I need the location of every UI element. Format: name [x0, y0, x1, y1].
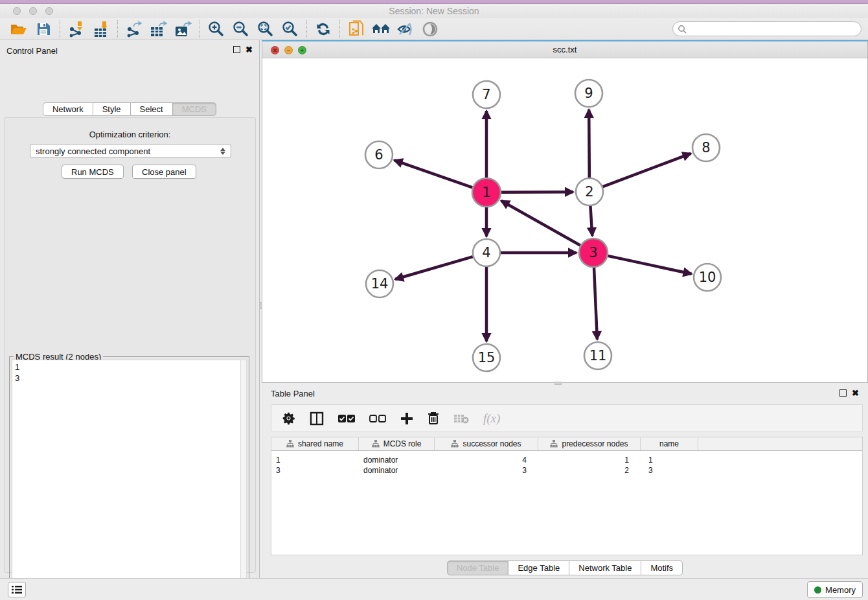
deselect-all-button[interactable]	[369, 414, 386, 423]
search-input[interactable]	[687, 23, 861, 35]
tab-node-table[interactable]: Node Table	[447, 560, 509, 575]
column-header-name[interactable]: name	[641, 437, 698, 450]
graph-node-10[interactable]: 10	[694, 264, 721, 291]
table-cell[interactable]: dominator	[359, 466, 435, 475]
graph-edge-3-1[interactable]	[501, 201, 580, 246]
save-session-button[interactable]	[31, 19, 56, 39]
close-panel-icon[interactable]: ✖	[246, 46, 253, 53]
column-label: name	[659, 439, 679, 448]
search-box[interactable]	[672, 21, 862, 36]
graph-node-2[interactable]: 2	[576, 178, 603, 205]
window-titlebar: Session: New Session	[0, 4, 868, 18]
table-settings-button[interactable]	[282, 411, 295, 425]
network-window-titlebar[interactable]: ✕ − + scc.txt	[262, 41, 867, 58]
graph-edge-3-11[interactable]	[594, 268, 597, 340]
show-columns-button[interactable]	[310, 411, 324, 426]
graph-node-9[interactable]: 9	[575, 80, 602, 107]
refresh-layout-button[interactable]	[311, 19, 336, 39]
import-network-button[interactable]	[64, 19, 89, 39]
table-cell[interactable]: dominator	[359, 456, 435, 465]
graph-node-11[interactable]: 11	[584, 342, 611, 369]
attribute-tree-icon	[451, 440, 459, 448]
graph-node-3[interactable]: 3	[579, 238, 608, 267]
result-scrollbar[interactable]	[240, 360, 247, 600]
task-history-button[interactable]	[8, 582, 26, 597]
tab-network[interactable]: Network	[43, 102, 93, 116]
table-row[interactable]: 3dominator323	[271, 465, 862, 476]
table-cell[interactable]: 4	[435, 456, 538, 465]
column-label: successor nodes	[463, 439, 521, 448]
zoom-selected-button[interactable]	[278, 19, 303, 39]
column-header-MCDS-role[interactable]: MCDS role	[359, 437, 435, 450]
network-canvas[interactable]: 7968124314101511	[262, 58, 867, 382]
graph-node-7[interactable]: 7	[473, 81, 500, 108]
table-tabs: Node Table Edge Table Network Table Moti…	[262, 560, 868, 575]
graph-node-6[interactable]: 6	[365, 141, 393, 168]
graph-edge-3-10[interactable]	[608, 256, 691, 274]
trash-icon	[428, 411, 439, 425]
open-session-button[interactable]	[6, 19, 31, 39]
delete-selected-button[interactable]	[428, 411, 439, 425]
table-cell[interactable]: 3	[435, 466, 538, 475]
column-header-successor-nodes[interactable]: successor nodes	[435, 437, 538, 450]
graph-edge-2-3[interactable]	[590, 206, 592, 236]
column-header-shared-name[interactable]: shared name	[271, 437, 359, 450]
add-row-button[interactable]	[400, 412, 413, 425]
function-builder-button[interactable]: f(x)	[483, 411, 500, 426]
import-table-button[interactable]	[89, 19, 113, 39]
tab-network-table[interactable]: Network Table	[569, 560, 641, 575]
tab-mcds[interactable]: MCDS	[173, 102, 216, 116]
graph-edge-1-6[interactable]	[394, 160, 473, 187]
node-label: 3	[589, 245, 597, 260]
table-cell[interactable]: 2	[538, 466, 641, 475]
tab-style[interactable]: Style	[93, 102, 131, 116]
export-network-button[interactable]	[122, 19, 146, 39]
table-cell[interactable]: 1	[641, 456, 698, 465]
show-all-button[interactable]	[418, 19, 442, 39]
close-table-panel-icon[interactable]: ✖	[852, 389, 859, 397]
graph-node-14[interactable]: 14	[366, 270, 393, 297]
graph-edge-1-2[interactable]	[501, 192, 573, 192]
tab-edge-table[interactable]: Edge Table	[508, 560, 569, 575]
graph-edge-4-14[interactable]	[395, 257, 473, 279]
graph-edge-2-9[interactable]	[589, 110, 589, 178]
control-panel-tabs: Network Style Select MCDS	[0, 102, 259, 116]
table-cell[interactable]: 1	[538, 456, 641, 465]
graph-node-15[interactable]: 15	[473, 344, 500, 371]
hide-selected-button[interactable]	[393, 19, 418, 39]
graph-node-4[interactable]: 4	[473, 239, 500, 266]
float-table-panel-icon[interactable]	[839, 389, 847, 397]
run-mcds-button[interactable]: Run MCDS	[62, 165, 124, 179]
destroy-table-button[interactable]	[453, 413, 469, 424]
memory-button[interactable]: Memory	[807, 581, 863, 598]
zoom-fit-button[interactable]	[253, 19, 278, 39]
close-panel-button[interactable]: Close panel	[132, 165, 196, 179]
select-all-button[interactable]	[338, 414, 355, 423]
tab-select[interactable]: Select	[131, 102, 173, 116]
toolbar-separator	[339, 20, 340, 38]
mcds-result-text[interactable]: 1 3	[12, 360, 240, 600]
horizontal-splitter-handle[interactable]	[554, 382, 562, 385]
float-panel-icon[interactable]	[233, 46, 240, 53]
graph-node-8[interactable]: 8	[692, 134, 720, 161]
table-row[interactable]: 1dominator411	[271, 455, 862, 465]
vertical-splitter-handle[interactable]	[259, 302, 262, 309]
table-cell[interactable]: 3	[271, 466, 359, 475]
optimization-criterion-label: Optimization criterion:	[5, 130, 255, 139]
zoom-in-button[interactable]	[204, 19, 229, 39]
graph-edge-2-8[interactable]	[603, 154, 691, 187]
graph-node-1[interactable]: 1	[472, 178, 501, 207]
zoom-out-button[interactable]	[229, 19, 253, 39]
export-table-button[interactable]	[146, 19, 171, 39]
column-header-predecessor-nodes[interactable]: predecessor nodes	[538, 437, 641, 450]
export-image-button[interactable]	[171, 19, 196, 39]
tab-motifs[interactable]: Motifs	[641, 560, 683, 575]
first-neighbors-button[interactable]	[369, 19, 393, 39]
criterion-dropdown[interactable]: strongly connected component	[30, 144, 231, 158]
network-graph[interactable]: 7968124314101511	[262, 58, 867, 382]
node-table[interactable]: shared nameMCDS rolesuccessor nodesprede…	[271, 437, 863, 555]
clone-network-button[interactable]	[344, 19, 369, 39]
table-cell[interactable]: 1	[271, 456, 359, 465]
table-cell[interactable]: 3	[641, 466, 698, 475]
status-bar: Memory	[0, 578, 868, 600]
